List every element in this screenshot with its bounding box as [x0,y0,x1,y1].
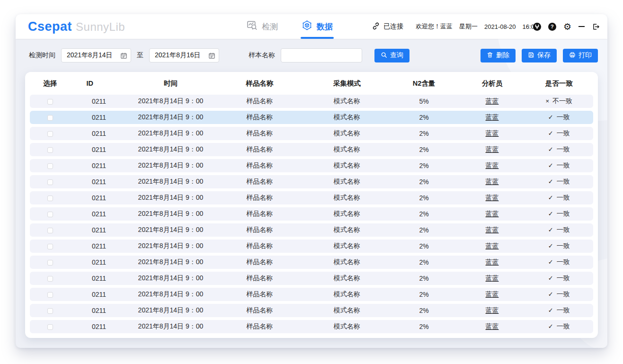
cell-consistency: ✓一致 [525,226,593,234]
table-row[interactable]: 02112021年8月14日 9：00样品名称模式名称2%蓝蓝✓一致 [30,272,593,285]
analyst-link[interactable]: 蓝蓝 [486,178,499,185]
row-checkbox[interactable] [47,292,53,298]
row-checkbox[interactable] [47,244,53,249]
analyst-link[interactable]: 蓝蓝 [486,194,499,201]
row-checkbox[interactable] [47,179,53,185]
table-row[interactable]: 02112021年8月14日 9：00样品名称模式名称2%蓝蓝✓一致 [30,111,593,124]
cell-mode: 模式名称 [305,97,388,106]
row-checkbox[interactable] [47,115,53,121]
table-row[interactable]: 02112021年8月14日 9：00样品名称模式名称2%蓝蓝✓一致 [30,191,593,204]
cell-consistency: ✓一致 [525,306,593,315]
search-button[interactable]: 查询 [374,49,409,62]
sample-name-input[interactable] [281,48,362,62]
date-to-input[interactable]: 2021年8月16日 [149,48,219,62]
table-row[interactable]: 02112021年8月14日 9：00样品名称模式名称2%蓝蓝✓一致 [30,159,593,172]
analyst-link[interactable]: 蓝蓝 [486,258,499,266]
cell-n2: 2% [388,323,459,330]
minimize-icon[interactable] [578,26,585,27]
cell-sample: 样品名称 [214,113,305,122]
cell-id: 0211 [71,226,128,234]
cell-select [30,130,71,137]
table-row[interactable]: 02112021年8月14日 9：00样品名称模式名称2%蓝蓝✓一致 [30,320,593,333]
filter-bar: 检测时间 2021年8月14日 至 2021年8月16日 [16,39,607,72]
table-row[interactable]: 02112021年8月14日 9：00样品名称模式名称2%蓝蓝✓一致 [30,256,593,269]
table-body: 02112021年8月14日 9：00样品名称模式名称5%蓝蓝×不一致02112… [30,95,593,333]
analyst-link[interactable]: 蓝蓝 [486,290,499,298]
logout-icon[interactable] [592,23,600,31]
cell-consistency: ✓一致 [525,258,593,266]
settings-gear-icon[interactable]: ⚙ [563,22,571,31]
nav-tab-label: 数据 [317,21,333,32]
nav-tab-detection[interactable]: 检测 [247,14,278,39]
table-row[interactable]: 02112021年8月14日 9：00样品名称模式名称2%蓝蓝✓一致 [30,207,593,221]
print-button[interactable]: 打印 [563,49,598,62]
analyst-link[interactable]: 蓝蓝 [486,161,499,169]
app-logo: Csepat SunnyLib [28,19,125,34]
analyst-link[interactable]: 蓝蓝 [486,242,499,249]
row-checkbox[interactable] [47,276,53,282]
nav-tab-data[interactable]: 数据 [302,14,333,39]
save-button[interactable]: 保存 [522,49,557,62]
table-row[interactable]: 02112021年8月14日 9：00样品名称模式名称2%蓝蓝✓一致 [30,143,593,156]
row-checkbox[interactable] [47,324,53,330]
cell-consistency: ✓一致 [525,161,593,170]
cell-time: 2021年8月14日 9：00 [128,113,214,122]
row-checkbox[interactable] [47,195,53,201]
row-checkbox[interactable] [47,131,53,137]
consistency-label: 一致 [557,258,570,266]
analyst-link[interactable]: 蓝蓝 [486,113,499,121]
analyst-link[interactable]: 蓝蓝 [486,97,499,105]
data-table-card: 选择ID时间样品名称采集模式N2含量分析员是否一致 02112021年8月14日… [25,72,598,338]
column-header-analyst: 分析员 [460,79,525,88]
row-checkbox[interactable] [47,147,53,153]
consistency-label: 一致 [557,306,570,314]
row-checkbox[interactable] [47,308,53,314]
cell-sample: 样品名称 [214,145,305,154]
check-icon: ✓ [548,226,553,233]
detection-chart-icon [247,20,258,33]
analyst-link[interactable]: 蓝蓝 [486,129,499,137]
cell-analyst: 蓝蓝 [460,258,525,266]
welcome-date: 2021-08-20 [484,23,516,30]
row-checkbox[interactable] [47,99,53,105]
action-buttons: 删除 保存 [481,49,598,62]
table-row[interactable]: 02112021年8月14日 9：00样品名称模式名称2%蓝蓝✓一致 [30,240,593,253]
save-button-label: 保存 [537,51,551,60]
cell-time: 2021年8月14日 9：00 [128,129,214,138]
row-checkbox[interactable] [47,212,53,217]
logo-secondary: SunnyLib [76,20,125,34]
analyst-link[interactable]: 蓝蓝 [486,226,499,233]
link-icon [372,22,380,32]
analyst-link[interactable]: 蓝蓝 [486,306,499,314]
delete-button-label: 删除 [496,51,509,60]
table-row[interactable]: 02112021年8月14日 9：00样品名称模式名称2%蓝蓝✓一致 [30,127,593,140]
check-icon: ✓ [548,130,553,137]
cell-sample: 样品名称 [214,97,305,106]
row-checkbox[interactable] [47,163,53,169]
cell-time: 2021年8月14日 9：00 [128,242,214,250]
cell-id: 0211 [71,291,128,298]
row-checkbox[interactable] [47,260,53,266]
cell-mode: 模式名称 [305,145,388,154]
cell-mode: 模式名称 [305,258,388,266]
check-icon: ✓ [548,275,553,282]
cell-id: 0211 [71,130,128,137]
analyst-link[interactable]: 蓝蓝 [486,210,499,217]
detect-time-label: 检测时间 [29,51,55,60]
table-row[interactable]: 02112021年8月14日 9：00样品名称模式名称2%蓝蓝✓一致 [30,223,593,237]
cell-select [30,275,71,282]
date-to-value: 2021年8月16日 [155,51,201,60]
row-checkbox[interactable] [47,228,53,233]
help-icon[interactable]: ? [548,23,556,31]
date-from-input[interactable]: 2021年8月14日 [61,48,131,62]
delete-button[interactable]: 删除 [481,49,516,62]
table-row[interactable]: 02112021年8月14日 9：00样品名称模式名称5%蓝蓝×不一致 [30,95,593,108]
analyst-link[interactable]: 蓝蓝 [486,145,499,153]
analyst-link[interactable]: 蓝蓝 [486,322,499,330]
tools-icon[interactable] [533,23,541,31]
table-row[interactable]: 02112021年8月14日 9：00样品名称模式名称2%蓝蓝✓一致 [30,288,593,301]
table-row[interactable]: 02112021年8月14日 9：00样品名称模式名称2%蓝蓝✓一致 [30,304,593,317]
table-row[interactable]: 02112021年8月14日 9：00样品名称模式名称2%蓝蓝✓一致 [30,175,593,188]
consistency-label: 一致 [557,210,570,217]
analyst-link[interactable]: 蓝蓝 [486,274,499,282]
